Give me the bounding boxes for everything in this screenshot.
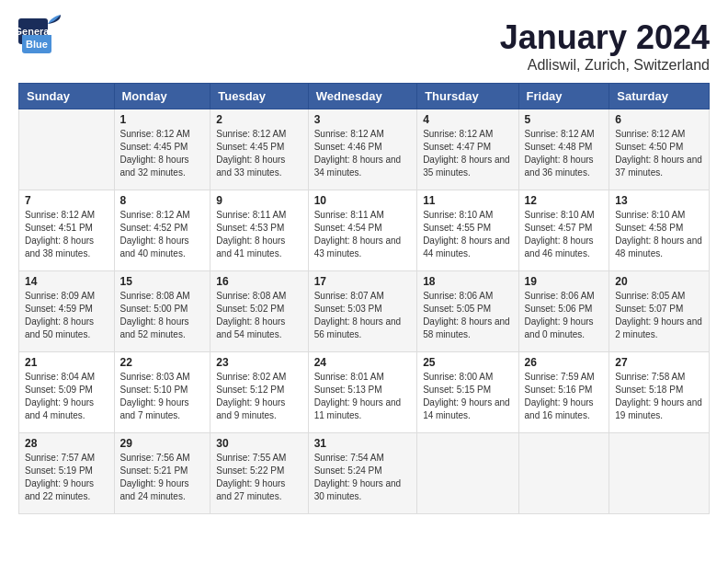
day-info: Sunrise: 8:06 AM Sunset: 5:06 PM Dayligh… (525, 290, 604, 341)
day-info: Sunrise: 8:10 AM Sunset: 4:57 PM Dayligh… (525, 209, 604, 260)
header-row: SundayMondayTuesdayWednesdayThursdayFrid… (19, 84, 710, 109)
sunset-text: Sunset: 4:58 PM (615, 222, 703, 235)
day-cell: 24 Sunrise: 8:01 AM Sunset: 5:13 PM Dayl… (308, 352, 416, 433)
sunrise-text: Sunrise: 8:04 AM (25, 371, 108, 384)
day-cell: 12 Sunrise: 8:10 AM Sunset: 4:57 PM Dayl… (518, 190, 609, 271)
sunrise-text: Sunrise: 8:11 AM (216, 209, 301, 222)
sunrise-text: Sunrise: 8:02 AM (216, 371, 301, 384)
daylight-text: Daylight: 8 hours and 58 minutes. (423, 316, 512, 341)
sunrise-text: Sunrise: 8:06 AM (423, 290, 512, 303)
day-number: 29 (120, 437, 205, 450)
daylight-text: Daylight: 8 hours and 48 minutes. (615, 235, 703, 260)
day-number: 18 (423, 275, 512, 288)
daylight-text: Daylight: 8 hours and 46 minutes. (525, 235, 604, 260)
sunrise-text: Sunrise: 8:12 AM (525, 128, 604, 141)
day-number: 19 (525, 275, 604, 288)
sunset-text: Sunset: 4:53 PM (216, 222, 301, 235)
day-cell: 13 Sunrise: 8:10 AM Sunset: 4:58 PM Dayl… (609, 190, 710, 271)
daylight-text: Daylight: 9 hours and 2 minutes. (615, 316, 703, 341)
week-row-2: 7 Sunrise: 8:12 AM Sunset: 4:51 PM Dayli… (19, 190, 710, 271)
day-number: 20 (615, 275, 703, 288)
sunrise-text: Sunrise: 7:57 AM (25, 452, 108, 465)
day-info: Sunrise: 7:55 AM Sunset: 5:22 PM Dayligh… (216, 452, 301, 503)
daylight-text: Daylight: 9 hours and 4 minutes. (25, 396, 108, 422)
day-cell: 14 Sunrise: 8:09 AM Sunset: 4:59 PM Dayl… (19, 271, 115, 352)
day-number: 4 (423, 113, 512, 126)
daylight-text: Daylight: 9 hours and 0 minutes. (525, 316, 604, 341)
sunset-text: Sunset: 4:57 PM (525, 222, 604, 235)
daylight-text: Daylight: 9 hours and 30 minutes. (314, 477, 411, 503)
day-info: Sunrise: 8:08 AM Sunset: 5:00 PM Dayligh… (120, 290, 205, 341)
header-day-tuesday: Tuesday (210, 84, 308, 109)
day-info: Sunrise: 8:04 AM Sunset: 5:09 PM Dayligh… (25, 371, 108, 422)
day-cell: 6 Sunrise: 8:12 AM Sunset: 4:50 PM Dayli… (609, 109, 710, 190)
daylight-text: Daylight: 8 hours and 36 minutes. (525, 154, 604, 179)
sunrise-text: Sunrise: 8:12 AM (314, 128, 411, 141)
day-info: Sunrise: 7:56 AM Sunset: 5:21 PM Dayligh… (120, 452, 205, 503)
day-info: Sunrise: 8:08 AM Sunset: 5:02 PM Dayligh… (216, 290, 301, 341)
day-cell: 21 Sunrise: 8:04 AM Sunset: 5:09 PM Dayl… (19, 352, 115, 433)
logo: General Blue (18, 18, 59, 53)
day-cell: 11 Sunrise: 8:10 AM Sunset: 4:55 PM Dayl… (417, 190, 518, 271)
day-number: 13 (615, 194, 703, 207)
sunset-text: Sunset: 4:51 PM (25, 222, 108, 235)
day-number: 17 (314, 275, 411, 288)
sunrise-text: Sunrise: 8:10 AM (525, 209, 604, 222)
day-number: 23 (216, 356, 301, 369)
day-info: Sunrise: 8:05 AM Sunset: 5:07 PM Dayligh… (615, 290, 703, 341)
day-cell (609, 433, 710, 514)
sunset-text: Sunset: 5:13 PM (314, 384, 411, 396)
sunrise-text: Sunrise: 8:09 AM (25, 290, 108, 303)
day-cell: 29 Sunrise: 7:56 AM Sunset: 5:21 PM Dayl… (114, 433, 210, 514)
week-row-4: 21 Sunrise: 8:04 AM Sunset: 5:09 PM Dayl… (19, 352, 710, 433)
day-number: 21 (25, 356, 108, 369)
day-info: Sunrise: 8:03 AM Sunset: 5:10 PM Dayligh… (120, 371, 205, 422)
day-info: Sunrise: 8:12 AM Sunset: 4:48 PM Dayligh… (525, 128, 604, 179)
sunset-text: Sunset: 5:00 PM (120, 303, 205, 316)
sunset-text: Sunset: 4:59 PM (25, 303, 108, 316)
sunset-text: Sunset: 4:45 PM (120, 141, 205, 154)
daylight-text: Daylight: 9 hours and 24 minutes. (120, 477, 205, 503)
day-cell: 17 Sunrise: 8:07 AM Sunset: 5:03 PM Dayl… (308, 271, 416, 352)
sunset-text: Sunset: 4:52 PM (120, 222, 205, 235)
sunrise-text: Sunrise: 7:58 AM (615, 371, 703, 384)
sunrise-text: Sunrise: 8:00 AM (423, 371, 512, 384)
day-number: 31 (314, 437, 411, 450)
sunset-text: Sunset: 4:46 PM (314, 141, 411, 154)
day-cell: 20 Sunrise: 8:05 AM Sunset: 5:07 PM Dayl… (609, 271, 710, 352)
day-cell (518, 433, 609, 514)
day-info: Sunrise: 8:02 AM Sunset: 5:12 PM Dayligh… (216, 371, 301, 422)
day-number: 6 (615, 113, 703, 126)
day-cell (417, 433, 518, 514)
day-number: 8 (120, 194, 205, 207)
header-day-friday: Friday (518, 84, 609, 109)
day-number: 3 (314, 113, 411, 126)
week-row-3: 14 Sunrise: 8:09 AM Sunset: 4:59 PM Dayl… (19, 271, 710, 352)
daylight-text: Daylight: 8 hours and 37 minutes. (615, 154, 703, 179)
day-cell: 10 Sunrise: 8:11 AM Sunset: 4:54 PM Dayl… (308, 190, 416, 271)
daylight-text: Daylight: 9 hours and 11 minutes. (314, 396, 411, 422)
day-cell: 23 Sunrise: 8:02 AM Sunset: 5:12 PM Dayl… (210, 352, 308, 433)
day-cell: 31 Sunrise: 7:54 AM Sunset: 5:24 PM Dayl… (308, 433, 416, 514)
daylight-text: Daylight: 9 hours and 14 minutes. (423, 396, 512, 422)
day-number: 11 (423, 194, 512, 207)
day-info: Sunrise: 8:12 AM Sunset: 4:46 PM Dayligh… (314, 128, 411, 179)
sunset-text: Sunset: 5:15 PM (423, 384, 512, 396)
day-info: Sunrise: 8:06 AM Sunset: 5:05 PM Dayligh… (423, 290, 512, 341)
day-cell: 3 Sunrise: 8:12 AM Sunset: 4:46 PM Dayli… (308, 109, 416, 190)
daylight-text: Daylight: 8 hours and 43 minutes. (314, 235, 411, 260)
day-number: 7 (25, 194, 108, 207)
sunset-text: Sunset: 5:16 PM (525, 384, 604, 396)
daylight-text: Daylight: 8 hours and 54 minutes. (216, 316, 301, 341)
daylight-text: Daylight: 9 hours and 27 minutes. (216, 477, 301, 503)
day-number: 30 (216, 437, 301, 450)
day-cell: 27 Sunrise: 7:58 AM Sunset: 5:18 PM Dayl… (609, 352, 710, 433)
day-number: 5 (525, 113, 604, 126)
day-number: 24 (314, 356, 411, 369)
day-cell: 7 Sunrise: 8:12 AM Sunset: 4:51 PM Dayli… (19, 190, 115, 271)
week-row-1: 1 Sunrise: 8:12 AM Sunset: 4:45 PM Dayli… (19, 109, 710, 190)
header-day-monday: Monday (114, 84, 210, 109)
sunrise-text: Sunrise: 8:06 AM (525, 290, 604, 303)
daylight-text: Daylight: 8 hours and 56 minutes. (314, 316, 411, 341)
day-cell: 9 Sunrise: 8:11 AM Sunset: 4:53 PM Dayli… (210, 190, 308, 271)
